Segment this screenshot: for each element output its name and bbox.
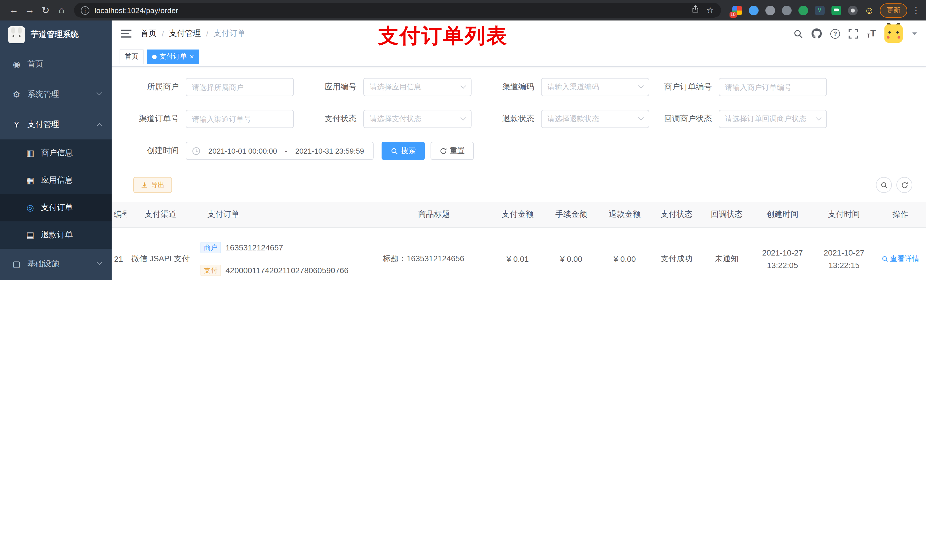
sidebar-toggle-icon[interactable]: [121, 27, 132, 40]
merchant-filter-label: 所属商户: [129, 82, 186, 92]
export-button[interactable]: 导出: [133, 177, 172, 193]
col-status: 支付状态: [652, 202, 702, 227]
view-detail-link[interactable]: 查看详情: [881, 254, 920, 264]
select-placeholder: 请输入渠道编码: [547, 82, 635, 92]
sidebar-item-label: 商户信息: [41, 148, 73, 158]
sidebar-item-home[interactable]: ◉ 首页: [0, 49, 112, 79]
search-icon[interactable]: [793, 29, 803, 38]
search-button[interactable]: 搜索: [381, 142, 425, 160]
extensions-cluster: 10 V ☺: [732, 5, 874, 15]
user-avatar[interactable]: [884, 24, 903, 43]
browser-home-button[interactable]: ⌂: [53, 2, 70, 19]
create-time-range-picker[interactable]: 2021-10-01 00:00:00 - 2021-10-31 23:59:5…: [186, 142, 374, 160]
pay-status-filter-label: 支付状态: [306, 114, 363, 124]
ext-blue-icon[interactable]: [749, 5, 758, 15]
help-icon[interactable]: ?: [830, 29, 840, 38]
font-size-icon[interactable]: TT: [867, 29, 876, 39]
site-info-icon[interactable]: i: [81, 6, 89, 15]
browser-back-button[interactable]: ←: [6, 2, 22, 19]
app-no-select[interactable]: 请选择应用信息: [363, 78, 472, 96]
sidebar-item-pay-order[interactable]: ◎ 支付订单: [0, 194, 112, 221]
ext-chat-icon[interactable]: [831, 5, 841, 15]
col-title: 商品标题: [377, 202, 491, 227]
date-end-value[interactable]: 2021-10-31 23:59:59: [292, 146, 367, 155]
share-icon[interactable]: [691, 5, 699, 15]
merchant-badge: 商户: [200, 242, 221, 253]
pay-status-select[interactable]: 请选择支付状态: [363, 110, 472, 128]
notify-status: 未通知: [702, 227, 752, 280]
refresh-button[interactable]: [896, 177, 912, 193]
pay-status: 支付成功: [652, 227, 702, 280]
ext-vue-devtools-icon[interactable]: V: [815, 5, 825, 15]
document-icon: ▤: [25, 230, 35, 240]
url-text[interactable]: localhost:1024/pay/order: [95, 6, 691, 15]
callback-status-select[interactable]: 请选择订单回调商户状态: [719, 110, 827, 128]
merchant-order-no: 1635312124657: [225, 243, 283, 252]
breadcrumb-home[interactable]: 首页: [141, 29, 157, 39]
payment-submenu: ▥ 商户信息 ▦ 应用信息 ◎ 支付订单 ▤ 退款订单: [0, 139, 112, 249]
ext-gray-icon-1[interactable]: [765, 5, 775, 15]
sidebar-item-merchant-info[interactable]: ▥ 商户信息: [0, 139, 112, 167]
tags-bar: 首页 支付订单 ×: [112, 47, 926, 66]
tab-label: 首页: [125, 52, 138, 62]
fullscreen-icon[interactable]: [849, 29, 858, 38]
refund-status-select[interactable]: 请选择退款状态: [541, 110, 649, 128]
ext-colorful-icon[interactable]: 10: [732, 5, 742, 15]
sidebar-item-refund-order[interactable]: ▤ 退款订单: [0, 221, 112, 249]
fee-amount: ¥ 0.00: [545, 227, 598, 280]
logo-rabbit-avatar: [8, 26, 25, 43]
pay-channel: 微信 JSAPI 支付: [126, 227, 195, 280]
gear-icon: ⚙: [11, 89, 22, 99]
chevron-down-icon: [816, 115, 822, 120]
col-channel: 支付渠道: [126, 202, 195, 227]
address-bar[interactable]: i localhost:1024/pay/order ☆: [74, 3, 721, 18]
tab-pay-order[interactable]: 支付订单 ×: [147, 49, 199, 64]
sidebar-item-app-info[interactable]: ▦ 应用信息: [0, 167, 112, 194]
breadcrumb-payment[interactable]: 支付管理: [169, 29, 201, 39]
sidebar-item-label: 系统管理: [27, 89, 59, 99]
chevron-down-icon: [460, 83, 466, 88]
active-dot-icon: [152, 54, 157, 59]
table-row[interactable]: 21 微信 JSAPI 支付 商户 1635312124657 支付 42000…: [112, 227, 926, 280]
sidebar-item-system[interactable]: ⚙ 系统管理: [0, 79, 112, 109]
github-icon[interactable]: [811, 29, 822, 39]
product-title: 标题：1635312124656: [377, 227, 491, 280]
select-placeholder: 请选择支付状态: [369, 114, 458, 124]
callback-status-filter-label: 回调商户状态: [662, 114, 719, 124]
toggle-search-button[interactable]: [876, 177, 892, 193]
browser-update-button[interactable]: 更新: [880, 3, 907, 17]
browser-forward-button[interactable]: →: [22, 2, 38, 19]
merchant-input[interactable]: [192, 83, 287, 91]
forward-icon: →: [25, 5, 35, 16]
sidebar-item-dev-tools[interactable]: ⚒ 研发工具: [0, 279, 112, 280]
sidebar-menu: ◉ 首页 ⚙ 系统管理 ¥ 支付管理 ▥ 商户信息: [0, 49, 112, 280]
order-id: 21: [112, 227, 126, 280]
sidebar-item-infrastructure[interactable]: ▢ 基础设施: [0, 249, 112, 279]
profile-smiley-icon[interactable]: ☺: [864, 5, 874, 15]
channel-order-no-input[interactable]: [192, 115, 287, 123]
extension-badge: 10: [729, 12, 737, 17]
breadcrumb: 首页 / 支付管理 / 支付订单: [141, 29, 245, 39]
date-start-value[interactable]: 2021-10-01 00:00:00: [205, 146, 280, 155]
pay-order-cell: 商户 1635312124657 支付 42000011742021102780…: [195, 227, 377, 280]
sidebar-item-label: 退款订单: [41, 230, 73, 240]
pay-amount: ¥ 0.01: [491, 227, 545, 280]
ext-green-icon[interactable]: [798, 5, 808, 15]
chevron-down-icon: [97, 259, 102, 265]
bookmark-star-icon[interactable]: ☆: [706, 5, 714, 15]
create-time-filter-label: 创建时间: [129, 146, 186, 156]
actions-cell: 查看详情: [875, 227, 926, 280]
browser-reload-button[interactable]: ↻: [38, 2, 53, 19]
sidebar-item-payment[interactable]: ¥ 支付管理: [0, 109, 112, 139]
back-icon: ←: [9, 5, 18, 16]
merchant-order-no-input[interactable]: [725, 83, 821, 91]
sidebar-item-label: 支付订单: [41, 202, 73, 213]
reset-button[interactable]: 重置: [431, 142, 474, 160]
ext-gray-icon-2[interactable]: [782, 5, 791, 15]
avatar-caret-icon[interactable]: [912, 32, 917, 35]
close-icon[interactable]: ×: [190, 53, 194, 60]
tab-home[interactable]: 首页: [120, 49, 144, 64]
ext-pin-icon[interactable]: [848, 5, 857, 15]
browser-menu-icon[interactable]: ⋮: [912, 5, 920, 15]
channel-code-select[interactable]: 请输入渠道编码: [541, 78, 649, 96]
